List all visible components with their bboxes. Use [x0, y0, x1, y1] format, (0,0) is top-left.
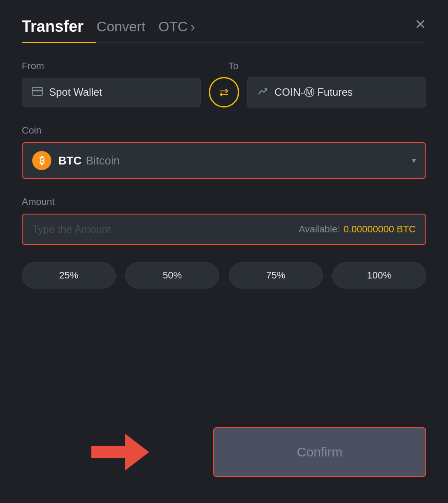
- coin-name-text: Bitcoin: [86, 154, 120, 168]
- available-label: Available:: [299, 224, 340, 235]
- to-futures-text: COIN-Ⓜ Futures: [274, 85, 353, 99]
- pct-75-button[interactable]: 75%: [229, 262, 323, 288]
- amount-placeholder: Type the Amount: [32, 223, 110, 235]
- from-label: From: [22, 60, 220, 72]
- arrow-head: [125, 434, 149, 470]
- available-balance: Available: 0.00000000 BTC: [299, 224, 416, 235]
- transfer-modal: Transfer Convert OTC › ✕ From To Spot: [0, 0, 448, 503]
- svg-rect-1: [32, 90, 43, 91]
- chevron-down-icon: ▾: [412, 156, 416, 165]
- amount-section: Amount Type the Amount Available: 0.0000…: [22, 196, 426, 245]
- pct-25-button[interactable]: 25%: [22, 262, 116, 288]
- header-tabs: Transfer Convert OTC › ✕: [22, 17, 426, 42]
- amount-label: Amount: [22, 196, 426, 208]
- pct-50-button[interactable]: 50%: [125, 262, 219, 288]
- coin-label: Coin: [22, 125, 426, 136]
- to-futures-selector[interactable]: COIN-Ⓜ Futures: [247, 77, 426, 107]
- from-to-row: Spot Wallet ⇄ COIN-Ⓜ Futures: [22, 77, 426, 107]
- from-to-labels: From To: [22, 60, 426, 72]
- header-underline: [22, 42, 426, 43]
- available-value: 0.00000000 BTC: [344, 224, 416, 235]
- coin-section: Coin ₿ BTC Bitcoin ▾: [22, 125, 426, 179]
- pct-100-button[interactable]: 100%: [332, 262, 426, 288]
- arrow-shaft: [91, 446, 126, 458]
- from-wallet-text: Spot Wallet: [49, 86, 102, 98]
- bottom-section: Confirm: [22, 427, 426, 477]
- percentage-buttons: 25% 50% 75% 100%: [22, 262, 426, 288]
- btc-icon: ₿: [32, 151, 51, 170]
- from-to-section: From To Spot Wallet ⇄: [22, 60, 426, 107]
- wallet-icon: [32, 87, 43, 98]
- confirm-button[interactable]: Confirm: [213, 427, 426, 477]
- otc-chevron-icon: ›: [191, 19, 195, 35]
- coin-selector[interactable]: ₿ BTC Bitcoin ▾: [22, 142, 426, 179]
- tab-otc[interactable]: OTC ›: [158, 19, 195, 41]
- amount-input-box[interactable]: Type the Amount Available: 0.00000000 BT…: [22, 214, 426, 245]
- tab-convert[interactable]: Convert: [97, 19, 145, 41]
- btc-symbol: ₿: [40, 155, 44, 166]
- tab-transfer[interactable]: Transfer: [22, 17, 84, 42]
- coin-symbol-text: BTC: [58, 154, 81, 168]
- futures-icon: [257, 86, 268, 99]
- swap-icon: ⇄: [219, 86, 229, 99]
- to-label: To: [228, 60, 426, 72]
- close-button[interactable]: ✕: [415, 17, 426, 37]
- arrow-indicator: [91, 434, 149, 470]
- swap-button[interactable]: ⇄: [209, 77, 239, 107]
- from-wallet-selector[interactable]: Spot Wallet: [22, 78, 201, 107]
